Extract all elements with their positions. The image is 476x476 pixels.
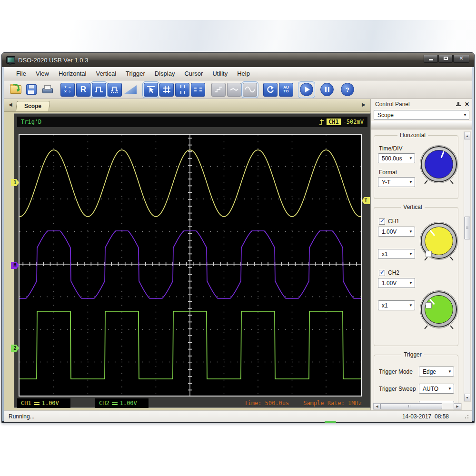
scroll-thumb-horizontal[interactable] [380,403,442,409]
maximize-button[interactable] [438,55,453,63]
refresh-button[interactable] [263,83,278,97]
tab-scroll-right-icon[interactable]: ▶ [362,102,366,107]
timebase-knob[interactable] [421,146,457,182]
sine-interpolation-button[interactable] [243,83,257,97]
panel-body: Horizontal Time/DIV 500.0us▼ Format Y-T▼ [371,130,472,410]
run-icon [300,83,313,96]
linear-interpolation-button[interactable] [227,83,241,97]
menu-trigger[interactable]: Trigger [121,69,150,79]
menu-help[interactable]: Help [232,69,255,79]
ramp-icon [124,85,137,94]
status-bar: Running... 14-03-2017 08:58 [4,410,472,422]
ramp-button[interactable] [123,83,138,97]
help-icon: ? [341,83,354,96]
sine-interpolation-icon [245,85,255,94]
trigger-level-value: -502mV [343,119,364,125]
panel-mode-select[interactable]: Scope▼ [374,110,469,120]
panel-close-icon[interactable]: ✕ [465,101,469,108]
format-select[interactable]: Y-T▼ [378,177,415,187]
panel-vertical-scrollbar[interactable]: ▲ ▼ [464,131,471,402]
timebase-readout: Time: 500.0us [244,400,289,407]
ch1-invert-checkbox[interactable] [426,251,432,257]
ch2-scale-select[interactable]: 1.00V▼ [378,278,415,288]
scroll-thumb[interactable] [464,217,470,239]
vertical-group-title: Vertical [401,204,424,210]
run-button[interactable] [299,83,314,97]
reference-button[interactable]: R [76,83,90,97]
ch2-position-knob[interactable] [421,291,457,327]
ch1-probe-select[interactable]: x1▼ [378,249,415,259]
menu-cursor[interactable]: Cursor [179,69,208,79]
scroll-up-icon[interactable]: ▲ [464,132,470,139]
vertical-group: Vertical CH1 1.00V▼ x1▼ [374,207,458,346]
print-button[interactable] [40,83,54,97]
pointer-button[interactable] [144,83,158,97]
ch1-readout: CH1 1.00V [17,398,70,408]
ch2-invert-checkbox[interactable] [426,302,432,308]
save-button[interactable] [24,83,39,97]
resize-grip[interactable] [463,413,469,419]
tab-scope[interactable]: Scope [16,101,50,111]
panel-divider [371,121,472,129]
horizontal-cursors-button[interactable] [191,83,205,97]
pointer-icon [146,85,156,94]
trigger-sweep-select[interactable]: AUTO▼ [419,384,454,394]
ch1-position-marker[interactable]: 1 [11,179,19,186]
title-bar[interactable]: DSO-2020 USB Ver 1.0.3 ✕ [2,53,474,67]
math-position-marker[interactable]: M [11,262,19,269]
reference-icon: R [80,85,86,94]
dc-coupling-icon [112,401,118,406]
menu-utility[interactable]: Utility [208,69,232,79]
scroll-left-icon[interactable]: ◀ [373,403,381,409]
ch2-position-marker[interactable]: 2 [11,345,19,352]
pulse-fine-icon [110,85,119,94]
help-button[interactable]: ? [340,83,355,97]
menu-view[interactable]: View [31,69,54,79]
panel-horizontal-scrollbar[interactable]: ◀ ▶ [373,403,462,410]
trigger-mode-select[interactable]: Edge▼ [419,367,454,377]
desktop: DSO-2020 USB Ver 1.0.3 ✕ File View Horiz… [0,0,476,476]
vertical-cursors-button[interactable] [175,83,189,97]
status-text: Running... [9,413,35,420]
grid-button[interactable] [159,83,174,97]
pulse-icon [94,85,104,94]
auto-setup-button[interactable]: AUTO [279,83,293,97]
sample-rate-readout: Sample Rate: 1MHz [303,400,362,407]
menu-display[interactable]: Display [150,69,180,79]
pause-button[interactable] [320,83,334,97]
scroll-down-icon[interactable]: ▼ [464,394,470,401]
ch2-probe-select[interactable]: x1▼ [378,300,415,310]
close-button[interactable]: ✕ [453,55,469,63]
menu-vertical[interactable]: Vertical [91,69,121,79]
pulse-fine-button[interactable] [108,83,122,97]
open-file-button[interactable] [9,83,23,97]
close-icon: ✕ [459,55,463,61]
trigger-group-title: Trigger [401,351,424,358]
menu-file[interactable]: File [11,69,31,79]
control-panel: Control Panel ✕ Scope▼ Horizontal Time/D… [370,99,472,410]
channel-readout-bar: CH1 1.00V CH2 1.00V Time: 500.0us Sample… [17,398,367,408]
step-interpolation-icon [214,85,223,94]
rising-edge-icon [319,119,324,126]
tab-strip: ◀ Scope ▶ [4,99,370,112]
time-div-select[interactable]: 500.0us▼ [378,153,415,163]
ch1-scale-select[interactable]: 1.00V▼ [378,227,415,237]
pin-icon[interactable] [456,101,461,107]
chevron-down-icon: ▼ [463,113,467,117]
menu-horizontal[interactable]: Horizontal [54,69,91,79]
tab-scroll-left-icon[interactable]: ◀ [9,102,12,107]
background-blur [0,20,476,51]
auto-setup-icon: AUTO [283,86,289,93]
minimize-button[interactable] [424,55,438,63]
math-operations-button[interactable]: +− ×÷ [60,83,75,97]
scroll-right-icon[interactable]: ▶ [454,403,461,409]
waveform-screen: 1 M 2 T [19,134,362,397]
trigger-level-marker[interactable]: T [362,197,370,204]
pulse-capture-button[interactable] [92,83,106,97]
ch1-enable-checkbox[interactable] [379,218,385,225]
trigger-mode-label: Trigger Mode [379,368,413,375]
step-interpolation-button[interactable] [211,83,226,97]
window-title: DSO-2020 USB Ver 1.0.3 [18,57,88,64]
ch2-enable-checkbox[interactable] [379,270,385,276]
horizontal-cursors-icon [194,88,202,91]
